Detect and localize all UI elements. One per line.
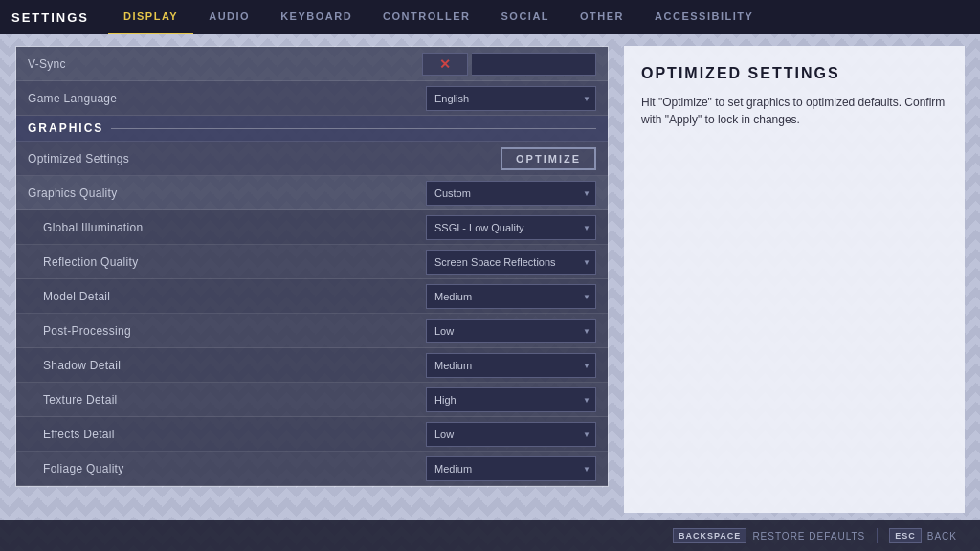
left-panel: V-Sync ✕ Game Language (15, 46, 609, 513)
global-illumination-row: Global Illumination SSGI - Low Quality S… (16, 210, 608, 245)
post-processing-select[interactable]: Low Medium High (426, 319, 596, 343)
model-detail-row: Model Detail Low Medium High (16, 279, 608, 314)
esc-shortcut: ESC BACK (878, 528, 969, 543)
optimized-settings-label: Optimized Settings (28, 152, 129, 165)
tab-display[interactable]: DISPLAY (108, 0, 193, 34)
foliage-quality-label: Foliage Quality (43, 462, 124, 475)
vsync-extend (472, 53, 596, 76)
vsync-control: ✕ (422, 53, 596, 76)
texture-detail-label: Texture Detail (43, 393, 118, 407)
vsync-x-icon: ✕ (439, 56, 451, 72)
reflection-quality-label: Reflection Quality (43, 255, 138, 269)
foliage-quality-dropdown-wrapper[interactable]: Low Medium High (426, 456, 596, 481)
foliage-quality-row: Foliage Quality Low Medium High (16, 452, 608, 486)
backspace-action: RESTORE DEFAULTS (752, 531, 865, 541)
shadow-detail-dropdown-wrapper[interactable]: Low Medium High (426, 353, 596, 378)
texture-detail-dropdown-wrapper[interactable]: Low Medium High (426, 387, 596, 412)
post-processing-label: Post-Processing (43, 324, 131, 338)
global-illumination-dropdown-wrapper[interactable]: SSGI - Low Quality SSGI - Medium Quality… (426, 215, 596, 240)
texture-detail-select[interactable]: Low Medium High (426, 387, 596, 412)
app-title: SETTINGS (11, 11, 89, 25)
graphics-title: GRAPHICS (28, 121, 103, 135)
post-processing-row: Post-Processing Low Medium High (16, 314, 608, 348)
global-illumination-select[interactable]: SSGI - Low Quality SSGI - Medium Quality… (426, 215, 596, 240)
model-detail-dropdown-wrapper[interactable]: Low Medium High (426, 284, 596, 309)
foliage-quality-select[interactable]: Low Medium High (426, 456, 596, 481)
optimized-settings-row: Optimized Settings OPTIMIZE (16, 142, 608, 176)
texture-detail-row: Texture Detail Low Medium High (16, 383, 608, 417)
vsync-label: V-Sync (28, 57, 66, 71)
shadow-detail-label: Shadow Detail (43, 359, 121, 372)
optimize-button[interactable]: OPTIMIZE (501, 147, 596, 170)
optimized-panel-description: Hit "Optimize" to set graphics to optimi… (641, 94, 947, 128)
global-illumination-label: Global Illumination (43, 221, 143, 234)
tab-keyboard[interactable]: KEYBOARD (265, 0, 368, 34)
language-select[interactable]: English (426, 86, 596, 111)
reflection-quality-dropdown-wrapper[interactable]: Screen Space Reflections Low Medium High (426, 250, 596, 275)
vsync-row: V-Sync ✕ (16, 47, 608, 81)
tab-controller[interactable]: CONTROLLER (368, 0, 485, 34)
post-processing-dropdown-wrapper[interactable]: Low Medium High (426, 319, 596, 343)
nav-tabs: DISPLAY AUDIO KEYBOARD CONTROLLER SOCIAL… (108, 0, 768, 34)
content-area: V-Sync ✕ Game Language (0, 34, 980, 520)
reflection-quality-row: Reflection Quality Screen Space Reflecti… (16, 245, 608, 279)
graphics-quality-label: Graphics Quality (28, 187, 118, 200)
tab-audio[interactable]: AUDIO (193, 0, 265, 34)
graphics-quality-row: Graphics Quality Custom Low Medium High … (16, 176, 608, 210)
tab-other[interactable]: OTHER (565, 0, 639, 34)
shadow-detail-select[interactable]: Low Medium High (426, 353, 596, 378)
settings-scroll[interactable]: V-Sync ✕ Game Language (15, 46, 609, 487)
right-panel: OPTIMIZED SETTINGS Hit "Optimize" to set… (624, 46, 965, 513)
backspace-shortcut: BACKSPACE RESTORE DEFAULTS (661, 528, 877, 543)
effects-detail-label: Effects Detail (43, 428, 115, 441)
backspace-key: BACKSPACE (673, 528, 746, 543)
effects-detail-row: Effects Detail Low Medium High (16, 417, 608, 452)
esc-action: BACK (927, 531, 957, 541)
top-bar: SETTINGS DISPLAY AUDIO KEYBOARD CONTROLL… (0, 0, 980, 34)
effects-detail-dropdown-wrapper[interactable]: Low Medium High (426, 422, 596, 447)
settings-table: V-Sync ✕ Game Language (15, 46, 609, 487)
shadow-detail-row: Shadow Detail Low Medium High (16, 348, 608, 383)
language-row: Game Language English (16, 81, 608, 116)
effects-detail-select[interactable]: Low Medium High (426, 422, 596, 447)
section-divider (111, 128, 596, 129)
reflection-quality-select[interactable]: Screen Space Reflections Low Medium High (426, 250, 596, 275)
graphics-quality-select[interactable]: Custom Low Medium High Epic (426, 181, 596, 206)
model-detail-label: Model Detail (43, 290, 110, 303)
language-dropdown-wrapper[interactable]: English (426, 86, 596, 111)
language-label: Game Language (28, 92, 117, 105)
tab-social[interactable]: SOCIAL (485, 0, 565, 34)
tab-accessibility[interactable]: ACCESSIBILITY (639, 0, 768, 34)
model-detail-select[interactable]: Low Medium High (426, 284, 596, 309)
bottom-bar: BACKSPACE RESTORE DEFAULTS ESC BACK (0, 520, 980, 551)
optimized-panel-title: OPTIMIZED SETTINGS (641, 65, 947, 82)
vsync-toggle[interactable]: ✕ (422, 53, 468, 76)
graphics-quality-dropdown-wrapper[interactable]: Custom Low Medium High Epic (426, 181, 596, 206)
esc-key: ESC (889, 528, 922, 543)
graphics-section-header: GRAPHICS (16, 116, 608, 142)
